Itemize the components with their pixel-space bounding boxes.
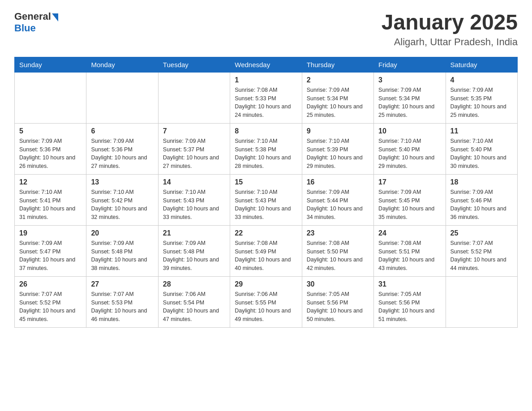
logo-general-text: General xyxy=(14,11,51,22)
calendar-cell xyxy=(15,72,86,123)
calendar-week-1: 1Sunrise: 7:08 AM Sunset: 5:33 PM Daylig… xyxy=(15,72,518,123)
cell-date-number: 25 xyxy=(450,229,513,237)
calendar-cell: 24Sunrise: 7:08 AM Sunset: 5:51 PM Dayli… xyxy=(374,225,446,276)
calendar-cell: 3Sunrise: 7:09 AM Sunset: 5:34 PM Daylig… xyxy=(374,72,446,123)
day-header-friday: Friday xyxy=(374,57,446,72)
calendar-cell: 1Sunrise: 7:08 AM Sunset: 5:33 PM Daylig… xyxy=(230,72,302,123)
calendar-cell: 17Sunrise: 7:09 AM Sunset: 5:45 PM Dayli… xyxy=(374,174,446,225)
cell-date-number: 23 xyxy=(307,229,369,237)
calendar-cell: 29Sunrise: 7:06 AM Sunset: 5:55 PM Dayli… xyxy=(230,276,302,327)
cell-date-number: 12 xyxy=(19,178,82,186)
cell-info-text: Sunrise: 7:09 AM Sunset: 5:46 PM Dayligh… xyxy=(450,188,513,222)
cell-info-text: Sunrise: 7:09 AM Sunset: 5:34 PM Dayligh… xyxy=(378,86,441,120)
calendar-cell: 7Sunrise: 7:09 AM Sunset: 5:37 PM Daylig… xyxy=(158,123,230,174)
calendar-cell: 8Sunrise: 7:10 AM Sunset: 5:38 PM Daylig… xyxy=(230,123,302,174)
day-header-sunday: Sunday xyxy=(15,57,86,72)
calendar-cell: 20Sunrise: 7:09 AM Sunset: 5:48 PM Dayli… xyxy=(86,225,158,276)
cell-date-number: 2 xyxy=(307,76,369,84)
cell-info-text: Sunrise: 7:10 AM Sunset: 5:43 PM Dayligh… xyxy=(235,188,297,222)
cell-date-number: 21 xyxy=(163,229,225,237)
calendar-cell: 16Sunrise: 7:09 AM Sunset: 5:44 PM Dayli… xyxy=(302,174,373,225)
cell-date-number: 10 xyxy=(378,127,441,135)
cell-date-number: 24 xyxy=(378,229,441,237)
cell-date-number: 13 xyxy=(91,178,153,186)
calendar-cell: 4Sunrise: 7:09 AM Sunset: 5:35 PM Daylig… xyxy=(446,72,517,123)
cell-info-text: Sunrise: 7:09 AM Sunset: 5:47 PM Dayligh… xyxy=(19,239,82,273)
calendar-cell: 19Sunrise: 7:09 AM Sunset: 5:47 PM Dayli… xyxy=(15,225,86,276)
cell-info-text: Sunrise: 7:05 AM Sunset: 5:56 PM Dayligh… xyxy=(307,290,369,324)
calendar-cell: 27Sunrise: 7:07 AM Sunset: 5:53 PM Dayli… xyxy=(86,276,158,327)
calendar-cell xyxy=(158,72,230,123)
cell-date-number: 11 xyxy=(450,127,513,135)
cell-info-text: Sunrise: 7:09 AM Sunset: 5:48 PM Dayligh… xyxy=(91,239,153,273)
logo-blue-text: Blue xyxy=(14,22,36,34)
cell-info-text: Sunrise: 7:09 AM Sunset: 5:35 PM Dayligh… xyxy=(450,86,513,120)
cell-info-text: Sunrise: 7:10 AM Sunset: 5:41 PM Dayligh… xyxy=(19,188,82,222)
calendar-cell xyxy=(86,72,158,123)
cell-date-number: 8 xyxy=(235,127,297,135)
calendar-cell: 22Sunrise: 7:08 AM Sunset: 5:49 PM Dayli… xyxy=(230,225,302,276)
cell-info-text: Sunrise: 7:09 AM Sunset: 5:44 PM Dayligh… xyxy=(307,188,369,222)
cell-date-number: 27 xyxy=(91,280,153,288)
calendar-cell: 9Sunrise: 7:10 AM Sunset: 5:39 PM Daylig… xyxy=(302,123,373,174)
logo-triangle-icon xyxy=(52,13,58,21)
calendar-cell: 18Sunrise: 7:09 AM Sunset: 5:46 PM Dayli… xyxy=(446,174,517,225)
cell-date-number: 26 xyxy=(19,280,82,288)
cell-info-text: Sunrise: 7:07 AM Sunset: 5:52 PM Dayligh… xyxy=(19,290,82,324)
cell-info-text: Sunrise: 7:09 AM Sunset: 5:37 PM Dayligh… xyxy=(163,137,225,171)
day-header-wednesday: Wednesday xyxy=(230,57,302,72)
day-header-monday: Monday xyxy=(86,57,158,72)
calendar-cell: 15Sunrise: 7:10 AM Sunset: 5:43 PM Dayli… xyxy=(230,174,302,225)
cell-date-number: 30 xyxy=(307,280,369,288)
cell-info-text: Sunrise: 7:09 AM Sunset: 5:34 PM Dayligh… xyxy=(307,86,369,120)
logo: General Blue xyxy=(14,11,58,34)
calendar-subtitle: Aligarh, Uttar Pradesh, India xyxy=(382,36,518,48)
cell-date-number: 16 xyxy=(307,178,369,186)
cell-info-text: Sunrise: 7:10 AM Sunset: 5:40 PM Dayligh… xyxy=(378,137,441,171)
calendar-cell: 5Sunrise: 7:09 AM Sunset: 5:36 PM Daylig… xyxy=(15,123,86,174)
cell-date-number: 15 xyxy=(235,178,297,186)
cell-info-text: Sunrise: 7:08 AM Sunset: 5:49 PM Dayligh… xyxy=(235,239,297,273)
cell-info-text: Sunrise: 7:06 AM Sunset: 5:55 PM Dayligh… xyxy=(235,290,297,324)
title-block: January 2025 Aligarh, Uttar Pradesh, Ind… xyxy=(382,11,518,48)
calendar-cell: 28Sunrise: 7:06 AM Sunset: 5:54 PM Dayli… xyxy=(158,276,230,327)
cell-date-number: 22 xyxy=(235,229,297,237)
cell-date-number: 6 xyxy=(91,127,153,135)
cell-info-text: Sunrise: 7:10 AM Sunset: 5:38 PM Dayligh… xyxy=(235,137,297,171)
calendar-week-4: 19Sunrise: 7:09 AM Sunset: 5:47 PM Dayli… xyxy=(15,225,518,276)
calendar-cell: 2Sunrise: 7:09 AM Sunset: 5:34 PM Daylig… xyxy=(302,72,373,123)
day-header-tuesday: Tuesday xyxy=(158,57,230,72)
cell-date-number: 18 xyxy=(450,178,513,186)
cell-date-number: 3 xyxy=(378,76,441,84)
cell-date-number: 7 xyxy=(163,127,225,135)
calendar-cell: 25Sunrise: 7:07 AM Sunset: 5:52 PM Dayli… xyxy=(446,225,517,276)
cell-info-text: Sunrise: 7:06 AM Sunset: 5:54 PM Dayligh… xyxy=(163,290,225,324)
calendar-cell: 21Sunrise: 7:09 AM Sunset: 5:48 PM Dayli… xyxy=(158,225,230,276)
cell-info-text: Sunrise: 7:10 AM Sunset: 5:42 PM Dayligh… xyxy=(91,188,153,222)
calendar-cell: 23Sunrise: 7:08 AM Sunset: 5:50 PM Dayli… xyxy=(302,225,373,276)
calendar-cell: 11Sunrise: 7:10 AM Sunset: 5:40 PM Dayli… xyxy=(446,123,517,174)
cell-date-number: 9 xyxy=(307,127,369,135)
cell-date-number: 1 xyxy=(235,76,297,84)
calendar-cell xyxy=(446,276,517,327)
cell-info-text: Sunrise: 7:07 AM Sunset: 5:52 PM Dayligh… xyxy=(450,239,513,273)
cell-date-number: 17 xyxy=(378,178,441,186)
cell-info-text: Sunrise: 7:09 AM Sunset: 5:48 PM Dayligh… xyxy=(163,239,225,273)
cell-date-number: 4 xyxy=(450,76,513,84)
cell-info-text: Sunrise: 7:07 AM Sunset: 5:53 PM Dayligh… xyxy=(91,290,153,324)
calendar-week-5: 26Sunrise: 7:07 AM Sunset: 5:52 PM Dayli… xyxy=(15,276,518,327)
calendar-week-3: 12Sunrise: 7:10 AM Sunset: 5:41 PM Dayli… xyxy=(15,174,518,225)
cell-info-text: Sunrise: 7:10 AM Sunset: 5:39 PM Dayligh… xyxy=(307,137,369,171)
calendar-header-row: SundayMondayTuesdayWednesdayThursdayFrid… xyxy=(15,57,518,72)
cell-date-number: 31 xyxy=(378,280,441,288)
cell-info-text: Sunrise: 7:05 AM Sunset: 5:56 PM Dayligh… xyxy=(378,290,441,324)
cell-date-number: 20 xyxy=(91,229,153,237)
calendar-cell: 26Sunrise: 7:07 AM Sunset: 5:52 PM Dayli… xyxy=(15,276,86,327)
cell-date-number: 14 xyxy=(163,178,225,186)
calendar-table: SundayMondayTuesdayWednesdayThursdayFrid… xyxy=(14,57,518,328)
cell-info-text: Sunrise: 7:08 AM Sunset: 5:50 PM Dayligh… xyxy=(307,239,369,273)
cell-info-text: Sunrise: 7:08 AM Sunset: 5:51 PM Dayligh… xyxy=(378,239,441,273)
calendar-cell: 6Sunrise: 7:09 AM Sunset: 5:36 PM Daylig… xyxy=(86,123,158,174)
cell-date-number: 19 xyxy=(19,229,82,237)
calendar-title: January 2025 xyxy=(382,11,518,34)
